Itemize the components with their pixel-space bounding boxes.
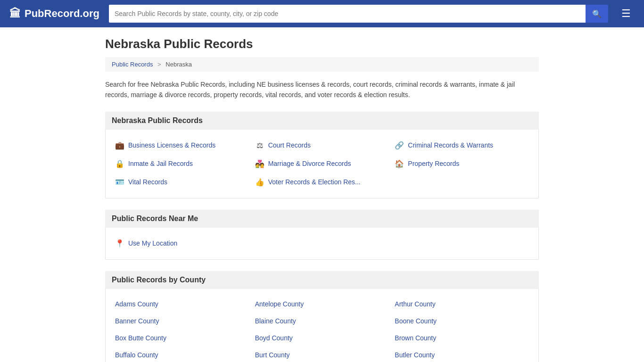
search-wrapper: 🔍 <box>109 5 608 23</box>
county-item[interactable]: Antelope County <box>252 296 392 313</box>
county-item[interactable]: Blaine County <box>252 313 392 329</box>
record-label: Voter Records & Election Res... <box>268 178 361 186</box>
record-icon: ⚖ <box>255 141 264 150</box>
site-header: 🏛 PubRecord.org 🔍 ☰ <box>0 0 644 27</box>
main-content: Nebraska Public Records Public Records >… <box>96 27 548 362</box>
record-item[interactable]: 🏠Property Records <box>392 155 532 173</box>
record-label: Criminal Records & Warrants <box>408 141 493 149</box>
menu-button[interactable]: ☰ <box>618 7 635 21</box>
near-me-section: Public Records Near Me 📍 Use My Location <box>105 210 539 260</box>
record-label: Property Records <box>408 160 459 167</box>
county-item[interactable]: Banner County <box>112 313 252 329</box>
county-item[interactable]: Adams County <box>112 296 252 313</box>
county-item[interactable]: Burt County <box>252 346 392 362</box>
record-icon: 🏠 <box>395 159 404 168</box>
county-item[interactable]: Boone County <box>392 313 532 329</box>
record-label: Business Licenses & Records <box>128 141 215 149</box>
records-section: Nebraska Public Records 💼Business Licens… <box>105 112 539 198</box>
logo-text: PubRecord.org <box>25 8 99 20</box>
hamburger-icon: ☰ <box>621 8 631 19</box>
logo-icon: 🏛 <box>9 7 21 20</box>
location-icon: 📍 <box>115 239 124 248</box>
records-grid: 💼Business Licenses & Records⚖Court Recor… <box>112 136 532 191</box>
county-item[interactable]: Arthur County <box>392 296 532 313</box>
records-section-heading: Nebraska Public Records <box>105 112 539 130</box>
county-item[interactable]: Box Butte County <box>112 329 252 346</box>
county-item[interactable]: Butler County <box>392 346 532 362</box>
record-icon: 🔗 <box>395 141 404 150</box>
record-item[interactable]: 🔗Criminal Records & Warrants <box>392 136 532 155</box>
county-item[interactable]: Brown County <box>392 329 532 346</box>
breadcrumb-home[interactable]: Public Records <box>112 61 153 68</box>
record-item[interactable]: 💑Marriage & Divorce Records <box>252 155 392 173</box>
record-icon: 💼 <box>115 141 124 150</box>
near-me-body: 📍 Use My Location <box>105 228 539 260</box>
record-label: Marriage & Divorce Records <box>268 160 351 167</box>
search-button[interactable]: 🔍 <box>586 5 608 23</box>
county-section-heading: Public Records by County <box>105 271 539 289</box>
site-logo[interactable]: 🏛 PubRecord.org <box>9 7 99 20</box>
county-item[interactable]: Boyd County <box>252 329 392 346</box>
record-item[interactable]: ⚖Court Records <box>252 136 392 155</box>
record-label: Vital Records <box>128 178 167 186</box>
record-item[interactable]: 🔒Inmate & Jail Records <box>112 155 252 173</box>
near-me-heading: Public Records Near Me <box>105 210 539 228</box>
record-label: Court Records <box>268 141 311 149</box>
county-item[interactable]: Buffalo County <box>112 346 252 362</box>
county-grid: Adams CountyAntelope CountyArthur County… <box>112 296 532 362</box>
record-item[interactable]: 🪪Vital Records <box>112 173 252 191</box>
location-label: Use My Location <box>128 239 177 247</box>
breadcrumb-current: Nebraska <box>165 61 192 68</box>
record-item[interactable]: 💼Business Licenses & Records <box>112 136 252 155</box>
search-input[interactable] <box>109 5 586 23</box>
breadcrumb: Public Records > Nebraska <box>105 57 539 72</box>
search-icon: 🔍 <box>592 10 602 18</box>
record-icon: 👍 <box>255 178 264 187</box>
record-icon: 🔒 <box>115 159 124 168</box>
records-section-body: 💼Business Licenses & Records⚖Court Recor… <box>105 130 539 198</box>
record-icon: 🪪 <box>115 178 124 187</box>
county-section-body: Adams CountyAntelope CountyArthur County… <box>105 289 539 362</box>
county-section: Public Records by County Adams CountyAnt… <box>105 271 539 362</box>
page-title: Nebraska Public Records <box>105 37 539 51</box>
breadcrumb-separator: > <box>157 61 161 68</box>
record-item[interactable]: 👍Voter Records & Election Res... <box>252 173 392 191</box>
record-icon: 💑 <box>255 159 264 168</box>
record-label: Inmate & Jail Records <box>128 160 193 167</box>
use-my-location[interactable]: 📍 Use My Location <box>112 234 532 253</box>
page-description: Search for free Nebraska Public Records,… <box>105 79 539 100</box>
